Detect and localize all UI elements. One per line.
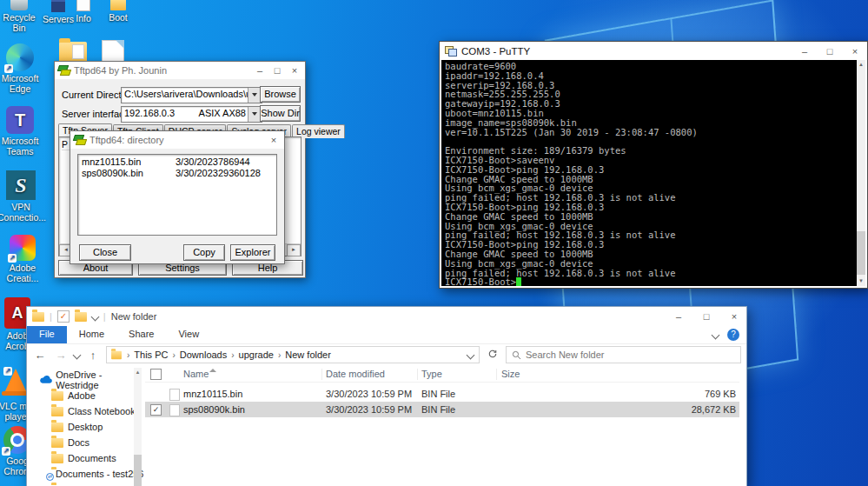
search-input[interactable] bbox=[526, 350, 735, 360]
desktop-icon-adobe-creative-cloud[interactable]: ↗ Adobe Creati... bbox=[0, 235, 46, 283]
ribbon-tab[interactable]: Share bbox=[116, 326, 166, 343]
desktop-icon-boot[interactable]: Boot bbox=[97, 0, 139, 23]
scrollbar-thumb[interactable] bbox=[134, 455, 142, 486]
desktop-icon-recycle-bin[interactable]: Recycle Bin bbox=[0, 0, 42, 33]
directory-file-row[interactable]: sps08090k.bin 3/30/202329360128 bbox=[78, 168, 276, 179]
desktop-icon-info[interactable]: Info bbox=[66, 0, 101, 24]
file-row[interactable]: ✓ sps08090k.bin 3/30/2023 10:59 PM BIN F… bbox=[145, 402, 739, 417]
desktop-icon-vpn-connection[interactable]: S VPN Connectio... bbox=[0, 170, 44, 223]
help-button[interactable]: ? bbox=[727, 329, 739, 341]
address-dropdown-icon[interactable] bbox=[467, 350, 475, 359]
tftpd64-titlebar[interactable]: Tftpd64 by Ph. Jounin – □ × bbox=[55, 62, 305, 79]
shortcut-arrow-icon: ↗ bbox=[2, 447, 10, 456]
scroll-right-icon[interactable]: ► bbox=[287, 244, 301, 256]
sidebar-item-folder[interactable]: ⇄ Documents - test256 bbox=[27, 466, 143, 482]
sidebar-item-folder[interactable]: ⇄ Documents bbox=[27, 450, 143, 466]
teams-icon: T bbox=[6, 106, 34, 134]
column-divider[interactable] bbox=[417, 369, 418, 380]
icon-label: VPN bbox=[0, 203, 44, 213]
scroll-down-icon[interactable]: ▼ bbox=[857, 276, 865, 286]
minimize-button[interactable]: – bbox=[672, 310, 686, 323]
quick-access-check-icon[interactable]: ✓ bbox=[57, 310, 70, 323]
minimize-button[interactable]: – bbox=[798, 44, 812, 58]
icon-label: Connectio... bbox=[0, 213, 44, 223]
column-header-type[interactable]: Type bbox=[421, 369, 442, 379]
close-dialog-button[interactable]: Close bbox=[79, 244, 131, 261]
sidebar-item-folder[interactable]: ⇄ Desktop bbox=[27, 419, 143, 435]
refresh-button[interactable] bbox=[485, 349, 500, 361]
separator: | bbox=[103, 311, 106, 322]
column-divider[interactable] bbox=[321, 369, 322, 380]
putty-title: COM3 - PuTTY bbox=[461, 46, 793, 57]
putty-terminal[interactable]: baudrate=9600 ipaddr=192.168.0.4 serveri… bbox=[441, 60, 857, 286]
close-button[interactable]: × bbox=[267, 133, 281, 147]
close-button[interactable]: × bbox=[288, 63, 301, 77]
address-bar[interactable]: › This PC › Downloads › upgrade › New fo… bbox=[106, 346, 480, 363]
file-row[interactable]: ✓ mnz10115.bin 3/30/2023 10:59 PM BIN Fi… bbox=[145, 386, 739, 402]
maximize-button[interactable]: □ bbox=[823, 44, 837, 58]
ribbon-tab[interactable]: Home bbox=[67, 326, 116, 343]
putty-scrollbar[interactable]: ▲ ▼ bbox=[857, 60, 865, 286]
forward-button[interactable]: → bbox=[53, 349, 69, 362]
maximize-button[interactable]: □ bbox=[270, 63, 284, 77]
desktop-icon-microsoft-teams[interactable]: T Microsoft Teams bbox=[0, 106, 43, 156]
folder-icon bbox=[51, 407, 63, 416]
browse-button[interactable]: Browse bbox=[260, 86, 301, 103]
sidebar-item-folder[interactable]: ⇄ Class Notebooks bbox=[27, 403, 143, 419]
row-checkbox[interactable]: ✓ bbox=[150, 404, 162, 416]
show-dir-button[interactable]: Show Dir bbox=[260, 105, 301, 122]
column-divider[interactable] bbox=[496, 369, 497, 380]
close-button[interactable]: × bbox=[727, 310, 741, 323]
sidebar-item-folder[interactable]: ⇄ Adobe bbox=[27, 388, 143, 403]
file-icon bbox=[169, 404, 180, 416]
desktop: Recycle Bin Servers Info Boot ↗ Microsof… bbox=[0, 0, 868, 486]
minimize-button[interactable]: – bbox=[253, 63, 267, 77]
sidebar-item-label: Docs bbox=[68, 437, 89, 448]
putty-titlebar[interactable]: COM3 - PuTTY – □ × bbox=[440, 42, 867, 60]
ribbon-collapse-icon[interactable] bbox=[712, 330, 720, 339]
column-header-size[interactable]: Size bbox=[501, 369, 520, 379]
server-interfaces-combobox[interactable]: 192.168.0.3 ASIX AX88 bbox=[121, 106, 262, 123]
vlc-icon: ↗ bbox=[3, 369, 28, 395]
explorer-titlebar[interactable]: | ✓ | New folder – □ × bbox=[27, 307, 746, 326]
file-type: BIN File bbox=[421, 389, 455, 399]
terminal-cursor bbox=[516, 277, 521, 286]
up-button[interactable]: ↑ bbox=[85, 349, 101, 362]
breadcrumb-segment[interactable]: upgrade bbox=[239, 350, 274, 360]
sidebar-scrollbar[interactable]: ▲ bbox=[134, 368, 142, 486]
breadcrumb-segment[interactable]: Downloads bbox=[180, 350, 227, 360]
sidebar-item-onedrive[interactable]: OneDrive - Westridge bbox=[27, 371, 143, 388]
current-directory-combobox[interactable]: C:\Users\arivera\Downloads\upgrade bbox=[121, 87, 262, 103]
dialog-titlebar[interactable]: Tftpd64: directory × bbox=[70, 131, 284, 149]
breadcrumb-segment[interactable]: New folder bbox=[285, 350, 331, 360]
directory-file-row[interactable]: mnz10115.bin 3/30/2023786944 bbox=[78, 156, 276, 168]
recycle-bin-icon bbox=[10, 0, 28, 10]
directory-file-list[interactable]: mnz10115.bin 3/30/2023786944 sps08090k.b… bbox=[77, 154, 277, 236]
column-header-date[interactable]: Date modified bbox=[326, 369, 385, 379]
close-button[interactable]: × bbox=[848, 44, 862, 58]
scroll-up-icon[interactable]: ▲ bbox=[857, 60, 865, 70]
breadcrumb-segment[interactable]: This PC bbox=[134, 350, 168, 360]
copy-button[interactable]: Copy bbox=[183, 244, 225, 261]
sidebar-item-label: Documents - test256 bbox=[56, 469, 143, 479]
ribbon-tab[interactable]: File bbox=[27, 326, 67, 343]
desktop-icon-microsoft-edge[interactable]: ↗ Microsoft Edge bbox=[0, 43, 43, 94]
select-all-checkbox[interactable] bbox=[150, 369, 162, 380]
search-box[interactable] bbox=[506, 346, 741, 363]
file-date-modified: 3/30/2023 10:59 PM bbox=[326, 389, 412, 399]
sidebar-item-folder[interactable]: ⇄ End of School Year W bbox=[27, 482, 143, 486]
maximize-button[interactable]: □ bbox=[699, 310, 713, 323]
recent-locations-icon[interactable] bbox=[73, 350, 82, 359]
explorer-button[interactable]: Explorer bbox=[230, 244, 275, 261]
scroll-up-icon[interactable]: ▲ bbox=[134, 368, 142, 376]
back-button[interactable]: ← bbox=[32, 349, 48, 362]
scrollbar-thumb[interactable] bbox=[857, 231, 865, 275]
sidebar-item-folder[interactable]: ⇄ Docs bbox=[27, 435, 143, 450]
quick-access-folder-icon[interactable] bbox=[75, 312, 87, 322]
file-name: sps08090k.bin bbox=[183, 404, 245, 415]
ribbon-tab[interactable]: View bbox=[166, 326, 211, 343]
sidebar-item-label: Class Notebooks bbox=[68, 406, 140, 416]
current-directory-value: C:\Users\arivera\Downloads\upgrade bbox=[124, 89, 262, 99]
quick-access-chevron-icon[interactable] bbox=[90, 312, 99, 321]
column-header-name[interactable]: Name bbox=[183, 369, 209, 379]
